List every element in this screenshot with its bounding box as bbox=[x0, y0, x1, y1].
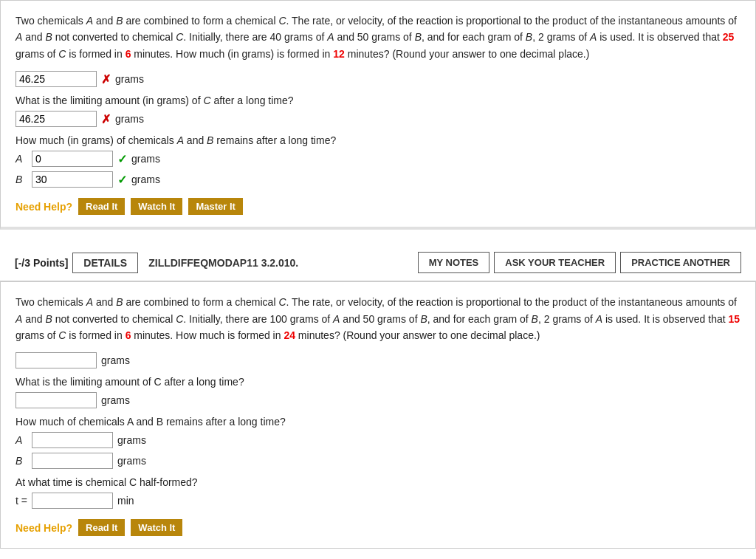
num-6-2: 6 bbox=[126, 329, 131, 341]
question-2-text: What is the limiting amount (in grams) o… bbox=[16, 95, 740, 106]
my-notes-button[interactable]: MY NOTES bbox=[418, 252, 490, 273]
question-remains-text: How much of chemicals A and B remains af… bbox=[16, 416, 740, 428]
num-6: 6 bbox=[126, 48, 131, 60]
var-B5: B bbox=[116, 296, 123, 308]
unit-grams-3a: grams bbox=[131, 153, 160, 165]
need-help-label-1: Need Help? bbox=[16, 201, 72, 213]
section-2-header: [-/3 Points] DETAILS ZILLDIFFEQMODAP11 3… bbox=[0, 244, 756, 281]
var-A8: A bbox=[596, 313, 602, 325]
check-icon-1: ✓ bbox=[117, 152, 127, 166]
var-B6: B bbox=[45, 313, 52, 325]
wrong-icon-1: ✗ bbox=[101, 72, 111, 86]
practice-another-button[interactable]: PRACTICE ANOTHER bbox=[620, 252, 741, 273]
unit-min: min bbox=[117, 495, 134, 507]
answer-row-3a: A 0 ✓ grams bbox=[16, 151, 740, 167]
question-block-2: What is the limiting amount (in grams) o… bbox=[16, 95, 740, 127]
section-1: Two chemicals A and B are combined to fo… bbox=[0, 0, 756, 230]
answer-row-7: t = min bbox=[16, 493, 740, 509]
question-block-3: How much (in grams) of chemicals A and B… bbox=[16, 134, 740, 188]
ask-teacher-button[interactable]: ASK YOUR TEACHER bbox=[494, 252, 616, 273]
master-it-button-1[interactable]: Master It bbox=[188, 198, 242, 215]
var-B7: B bbox=[420, 313, 427, 325]
num-24: 24 bbox=[284, 329, 295, 341]
check-icon-2: ✓ bbox=[117, 173, 127, 187]
var-A4: A bbox=[590, 31, 597, 43]
var-C6: C bbox=[58, 329, 66, 341]
question-limiting-text: What is the limiting amount of C after a… bbox=[16, 376, 740, 388]
watch-it-button-2[interactable]: Watch It bbox=[131, 519, 182, 536]
label-A-2: A bbox=[16, 434, 27, 446]
question-3-text: How much (in grams) of chemicals A and B… bbox=[16, 134, 740, 146]
var-C4: C bbox=[278, 296, 286, 308]
unit-grams-4: grams bbox=[101, 354, 130, 366]
num-15: 15 bbox=[729, 313, 740, 325]
question-block-5: What is the limiting amount of C after a… bbox=[16, 376, 740, 408]
var-B8: B bbox=[532, 313, 538, 325]
var-A1: A bbox=[86, 15, 93, 27]
unit-grams-6a: grams bbox=[117, 434, 146, 446]
watch-it-button-1[interactable]: Watch It bbox=[131, 198, 182, 215]
answer-row-5: grams bbox=[16, 392, 740, 408]
label-B-1: B bbox=[16, 174, 27, 185]
problem-text-2: Two chemicals A and B are combined to fo… bbox=[16, 294, 740, 343]
var-C5: C bbox=[176, 313, 183, 325]
answer-row-1: 46.25 ✗ grams bbox=[16, 71, 740, 87]
answer-row-6b: B grams bbox=[16, 453, 740, 469]
var-A2: A bbox=[16, 31, 22, 43]
spacer-1 bbox=[0, 230, 756, 244]
answer-input-6b[interactable] bbox=[32, 453, 113, 469]
var-B3: B bbox=[415, 31, 422, 43]
unit-grams-1: grams bbox=[115, 73, 144, 85]
unit-grams-3b: grams bbox=[131, 174, 160, 185]
details-tab[interactable]: DETAILS bbox=[72, 253, 138, 273]
var-C2: C bbox=[176, 31, 183, 43]
question-block-1: 46.25 ✗ grams bbox=[16, 71, 740, 87]
need-help-label-2: Need Help? bbox=[16, 522, 72, 534]
points-label: [-/3 Points] bbox=[15, 257, 68, 269]
label-B-2: B bbox=[16, 455, 27, 467]
wrong-icon-2: ✗ bbox=[101, 112, 111, 126]
problem-id: ZILLDIFFEQMODAP11 3.2.010. bbox=[148, 257, 298, 269]
var-B1: B bbox=[116, 15, 123, 27]
t-label: t = bbox=[16, 495, 27, 507]
answer-input-5[interactable] bbox=[16, 392, 97, 408]
answer-input-7[interactable] bbox=[32, 493, 113, 509]
num-12: 12 bbox=[333, 48, 345, 60]
answer-input-3b[interactable]: 30 bbox=[32, 171, 113, 188]
read-it-button-2[interactable]: Read It bbox=[78, 519, 125, 536]
var-A3: A bbox=[327, 31, 334, 43]
answer-input-4[interactable] bbox=[16, 352, 97, 368]
need-help-row-2: Need Help? Read It Watch It bbox=[16, 519, 740, 536]
answer-input-1[interactable]: 46.25 bbox=[16, 71, 97, 87]
answer-input-2[interactable]: 46.25 bbox=[16, 111, 97, 127]
answer-row-6a: A grams bbox=[16, 432, 740, 448]
label-A-1: A bbox=[16, 153, 27, 165]
var-B4: B bbox=[526, 31, 532, 43]
question-block-6: How much of chemicals A and B remains af… bbox=[16, 416, 740, 469]
var-C3: C bbox=[58, 48, 66, 60]
header-buttons: MY NOTES ASK YOUR TEACHER PRACTICE ANOTH… bbox=[418, 252, 741, 273]
problem-text-1: Two chemicals A and B are combined to fo… bbox=[16, 13, 740, 62]
question-half-text: At what time is chemical C half-formed? bbox=[16, 476, 740, 488]
answer-row-4: grams bbox=[16, 352, 740, 368]
answer-row-3b: B 30 ✓ grams bbox=[16, 171, 740, 188]
unit-grams-6b: grams bbox=[117, 455, 146, 467]
question-block-7: At what time is chemical C half-formed? … bbox=[16, 476, 740, 509]
answer-input-3a[interactable]: 0 bbox=[32, 151, 113, 167]
var-A5: A bbox=[86, 296, 93, 308]
unit-grams-5: grams bbox=[101, 394, 130, 406]
need-help-row-1: Need Help? Read It Watch It Master It bbox=[16, 198, 740, 215]
var-A6: A bbox=[16, 313, 22, 325]
question-block-4: grams bbox=[16, 352, 740, 368]
var-B2: B bbox=[45, 31, 52, 43]
section-2-body: Two chemicals A and B are combined to fo… bbox=[0, 281, 756, 549]
answer-input-6a[interactable] bbox=[32, 432, 113, 448]
read-it-button-1[interactable]: Read It bbox=[78, 198, 125, 215]
unit-grams-2: grams bbox=[115, 113, 144, 125]
var-C1: C bbox=[278, 15, 286, 27]
num-25: 25 bbox=[723, 31, 735, 43]
var-A7: A bbox=[333, 313, 340, 325]
answer-row-2: 46.25 ✗ grams bbox=[16, 111, 740, 127]
